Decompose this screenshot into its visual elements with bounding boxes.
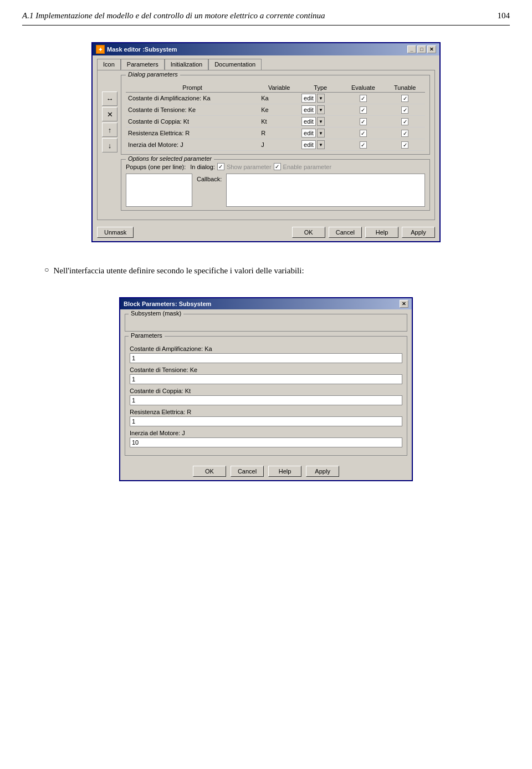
- bullet-marker: ○: [44, 266, 49, 277]
- block-footer: OK Cancel Help Apply: [120, 462, 412, 480]
- type-cell: edit▼: [299, 104, 341, 116]
- param-input-0[interactable]: [130, 353, 402, 363]
- enable-param-checkbox[interactable]: ✓: [274, 163, 281, 170]
- variable-cell: Kt: [259, 116, 299, 128]
- dropdown-arrow[interactable]: ▼: [317, 129, 325, 137]
- variable-cell: Ka: [259, 93, 299, 104]
- chapter-title: A.1 Implementazione del modello e del co…: [22, 11, 325, 21]
- param-input-1[interactable]: [130, 374, 402, 384]
- dropdown-arrow[interactable]: ▼: [317, 140, 325, 149]
- ok-button[interactable]: OK: [292, 227, 325, 238]
- callback-row: Callback:: [126, 174, 425, 207]
- tab-icon[interactable]: Icon: [97, 59, 121, 70]
- body-text: Nell'interfaccia utente definire secondo…: [53, 264, 304, 277]
- cancel-button[interactable]: Cancel: [329, 227, 362, 238]
- evaluate-checkbox[interactable]: ✓: [360, 95, 367, 102]
- tab-parameters[interactable]: Parameters: [121, 59, 165, 70]
- block-close-button[interactable]: ✕: [400, 300, 408, 308]
- minimize-button[interactable]: _: [407, 45, 416, 53]
- tab-documentation[interactable]: Documentation: [208, 59, 262, 70]
- move-up-button[interactable]: ↑: [102, 123, 117, 137]
- type-value: edit: [301, 105, 316, 114]
- block-title: Block Parameters: Subsystem: [124, 301, 211, 307]
- table-row[interactable]: Resistenza Elettrica: R R edit▼ ✓ ✓: [126, 128, 425, 139]
- callback-textarea[interactable]: [226, 174, 425, 207]
- maximize-button[interactable]: □: [417, 45, 426, 53]
- dialog-footer: Unmask OK Cancel Help Apply: [93, 223, 439, 241]
- variable-cell: Ke: [259, 104, 299, 116]
- dropdown-arrow[interactable]: ▼: [317, 94, 325, 103]
- subsystem-spacer: [130, 319, 402, 327]
- param-row-1: Costante di Tensione: Ke: [130, 366, 402, 384]
- type-value: edit: [301, 129, 316, 137]
- table-row[interactable]: Costante di Tensione: Ke Ke edit▼ ✓ ✓: [126, 104, 425, 116]
- param-label-3: Resistenza Elettrica: R: [130, 409, 402, 415]
- dialog-body: Icon Parameters Initialization Documenta…: [93, 55, 439, 223]
- block-apply-button[interactable]: Apply: [306, 466, 339, 477]
- block-cancel-button[interactable]: Cancel: [231, 466, 264, 477]
- swap-button[interactable]: ↔: [102, 91, 117, 106]
- tunable-checkbox[interactable]: ✓: [401, 95, 408, 102]
- type-cell: edit▼: [299, 93, 341, 104]
- param-input-4[interactable]: [130, 437, 402, 447]
- help-button[interactable]: Help: [365, 227, 398, 238]
- table-row[interactable]: Costante di Coppia: Kt Kt edit▼ ✓ ✓: [126, 116, 425, 128]
- type-cell: edit▼: [299, 128, 341, 139]
- block-help-button[interactable]: Help: [268, 466, 301, 477]
- prompt-cell: Resistenza Elettrica: R: [126, 128, 259, 139]
- tunable-checkbox[interactable]: ✓: [401, 118, 408, 125]
- table-row[interactable]: Inerzia del Motore: J J edit▼ ✓ ✓: [126, 139, 425, 151]
- evaluate-checkbox[interactable]: ✓: [360, 118, 367, 125]
- indialog-section: In dialog: ✓ Show parameter ✓ Enable par…: [190, 163, 331, 170]
- evaluate-cell: ✓: [341, 116, 385, 128]
- close-button[interactable]: ✕: [427, 45, 436, 53]
- footer-left: Unmask: [97, 227, 289, 238]
- tunable-checkbox[interactable]: ✓: [401, 106, 408, 114]
- type-value: edit: [301, 117, 316, 126]
- variable-cell: R: [259, 128, 299, 139]
- tunable-checkbox[interactable]: ✓: [401, 130, 408, 137]
- unmask-button[interactable]: Unmask: [97, 227, 134, 238]
- block-body: Subsystem (mask) Parameters Costante di …: [120, 309, 412, 462]
- apply-button[interactable]: Apply: [402, 227, 435, 238]
- tunable-checkbox[interactable]: ✓: [401, 141, 408, 149]
- show-param-label: Show parameter: [227, 164, 272, 170]
- dialog-params-title: Dialog parameters: [126, 71, 180, 78]
- evaluate-cell: ✓: [341, 104, 385, 116]
- block-ok-button[interactable]: OK: [193, 466, 226, 477]
- prompt-cell: Costante di Coppia: Kt: [126, 116, 259, 128]
- evaluate-checkbox[interactable]: ✓: [360, 130, 367, 137]
- block-params-dialog: Block Parameters: Subsystem ✕ Subsystem …: [119, 297, 413, 481]
- prompt-cell: Costante di Tensione: Ke: [126, 104, 259, 116]
- titlebar-buttons: _ □ ✕: [407, 45, 436, 53]
- dropdown-arrow[interactable]: ▼: [317, 117, 325, 126]
- param-row-3: Resistenza Elettrica: R: [130, 409, 402, 426]
- sidebar-buttons: ↔ ✕ ↑ ↓: [102, 75, 117, 215]
- type-value: edit: [301, 94, 316, 103]
- titlebar-left: ✦ Mask editor :Subsystem: [96, 45, 177, 54]
- delete-button[interactable]: ✕: [102, 107, 117, 121]
- evaluate-checkbox[interactable]: ✓: [360, 141, 367, 149]
- options-title: Options for selected parameter: [126, 155, 214, 162]
- param-label-2: Costante di Coppia: Kt: [130, 388, 402, 394]
- param-input-3[interactable]: [130, 416, 402, 426]
- enable-param-label: Enable parameter: [283, 164, 331, 170]
- move-down-button[interactable]: ↓: [102, 138, 117, 152]
- tab-initialization[interactable]: Initialization: [165, 59, 208, 70]
- mask-editor-title: Mask editor :Subsystem: [107, 46, 177, 53]
- tunable-cell: ✓: [385, 128, 425, 139]
- subsystem-group-title: Subsystem (mask): [129, 310, 183, 317]
- param-row-4: Inerzia del Motore: J: [130, 430, 402, 447]
- param-label-4: Inerzia del Motore: J: [130, 430, 402, 436]
- block-titlebar: Block Parameters: Subsystem ✕: [120, 298, 412, 309]
- param-label-0: Costante di Amplificazione: Ka: [130, 345, 402, 352]
- table-row[interactable]: Costante di Amplificazione: Ka Ka edit▼ …: [126, 93, 425, 104]
- popups-textarea[interactable]: [126, 174, 192, 207]
- show-param-checkbox[interactable]: ✓: [217, 163, 224, 170]
- dropdown-arrow[interactable]: ▼: [317, 105, 325, 114]
- bullet-list: ○ Nell'interfaccia utente definire secon…: [33, 264, 499, 277]
- param-label-1: Costante di Tensione: Ke: [130, 366, 402, 373]
- evaluate-cell: ✓: [341, 128, 385, 139]
- evaluate-checkbox[interactable]: ✓: [360, 106, 367, 114]
- param-input-2[interactable]: [130, 395, 402, 405]
